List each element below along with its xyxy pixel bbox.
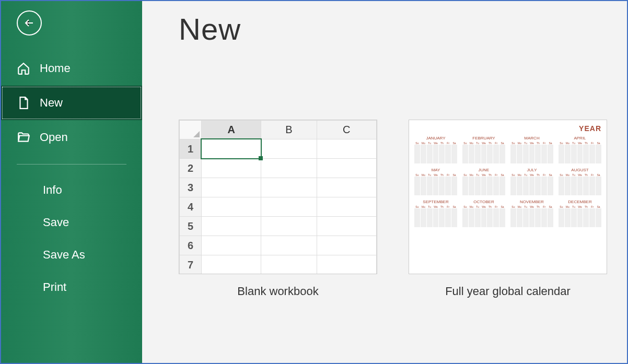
row-header: 2 xyxy=(180,159,202,178)
subnav-saveas[interactable]: Save As xyxy=(1,239,142,271)
mini-month: JULYSuMoTuWeThFrSa xyxy=(510,168,553,195)
sheet-corner xyxy=(180,121,202,139)
col-header: B xyxy=(261,121,317,139)
nav-open-label: Open xyxy=(40,131,68,144)
calendar-months-grid: JANUARYSuMoTuWeThFrSaFEBRUARYSuMoTuWeThF… xyxy=(414,136,601,227)
mini-month: FEBRUARYSuMoTuWeThFrSa xyxy=(462,136,505,163)
subnav-print[interactable]: Print xyxy=(1,271,142,303)
col-header: C xyxy=(317,121,376,139)
nav-home[interactable]: Home xyxy=(1,51,142,86)
document-icon xyxy=(17,96,30,110)
main-content: New A B C 1 2 3 xyxy=(142,1,627,363)
mini-month-name: MAY xyxy=(414,168,457,172)
folder-open-icon xyxy=(17,131,30,144)
selected-cell xyxy=(202,139,261,159)
template-gallery: A B C 1 2 3 4 5 6 7 xyxy=(179,120,590,298)
row-header: 3 xyxy=(180,178,202,197)
template-calendar-thumb: YEAR JANUARYSuMoTuWeThFrSaFEBRUARYSuMoTu… xyxy=(409,120,607,274)
mini-month-name: MARCH xyxy=(510,136,553,140)
mini-month-name: JULY xyxy=(510,168,553,172)
mini-month-name: OCTOBER xyxy=(462,199,505,204)
template-calendar[interactable]: YEAR JANUARYSuMoTuWeThFrSaFEBRUARYSuMoTu… xyxy=(409,120,607,298)
template-calendar-label: Full year global calendar xyxy=(409,285,607,298)
mini-month: DECEMBERSuMoTuWeThFrSa xyxy=(559,199,601,227)
template-blank-workbook[interactable]: A B C 1 2 3 4 5 6 7 xyxy=(179,120,377,298)
row-header: 6 xyxy=(180,236,202,255)
row-header: 7 xyxy=(180,255,202,275)
nav-home-label: Home xyxy=(40,62,71,75)
mini-month-name: JUNE xyxy=(462,168,505,172)
template-blank-label: Blank workbook xyxy=(179,285,377,298)
arrow-left-icon xyxy=(23,17,36,29)
mini-month-name: JANUARY xyxy=(414,136,457,140)
nav-new-label: New xyxy=(40,96,63,110)
sidebar: Home New Open Info Save Save As Print xyxy=(1,1,142,363)
mini-month: JANUARYSuMoTuWeThFrSa xyxy=(414,136,457,163)
calendar-year-label: YEAR xyxy=(414,124,601,133)
mini-month-name: DECEMBER xyxy=(559,199,601,204)
page-title: New xyxy=(179,11,590,46)
mini-month: MARCHSuMoTuWeThFrSa xyxy=(510,136,553,163)
mini-month: JUNESuMoTuWeThFrSa xyxy=(462,168,505,195)
mini-month-name: APRIL xyxy=(559,136,601,140)
subnav-save[interactable]: Save xyxy=(1,206,142,239)
mini-month: OCTOBERSuMoTuWeThFrSa xyxy=(462,199,505,227)
nav-open[interactable]: Open xyxy=(1,120,142,155)
blank-sheet-preview: A B C 1 2 3 4 5 6 7 xyxy=(179,120,377,274)
template-blank-thumb: A B C 1 2 3 4 5 6 7 xyxy=(179,120,377,274)
row-header: 5 xyxy=(180,217,202,236)
row-header: 4 xyxy=(180,197,202,217)
row-header: 1 xyxy=(180,139,202,159)
mini-month: AUGUSTSuMoTuWeThFrSa xyxy=(559,168,601,195)
nav-new[interactable]: New xyxy=(1,86,142,120)
mini-month: NOVEMBERSuMoTuWeThFrSa xyxy=(510,199,553,227)
col-header: A xyxy=(202,121,261,139)
back-button[interactable] xyxy=(17,10,42,36)
mini-month: MAYSuMoTuWeThFrSa xyxy=(414,168,457,195)
mini-month-name: SEPTEMBER xyxy=(414,199,457,204)
mini-month-name: NOVEMBER xyxy=(510,199,553,204)
mini-month-name: FEBRUARY xyxy=(462,136,505,140)
subnav-info[interactable]: Info xyxy=(1,174,142,206)
mini-month: APRILSuMoTuWeThFrSa xyxy=(559,136,601,163)
sidebar-divider xyxy=(17,164,126,165)
mini-month: SEPTEMBERSuMoTuWeThFrSa xyxy=(414,199,457,227)
mini-month-name: AUGUST xyxy=(559,168,601,172)
home-icon xyxy=(17,62,30,75)
